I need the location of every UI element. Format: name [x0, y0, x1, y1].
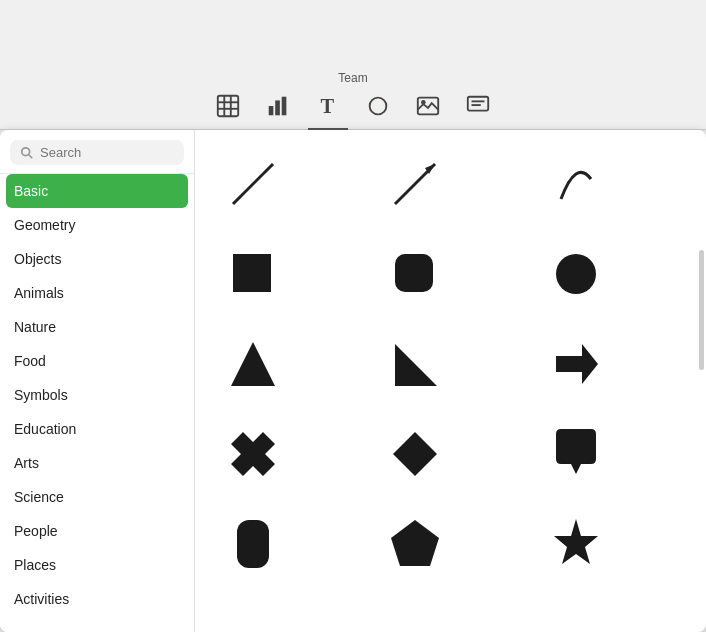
table-icon[interactable]	[213, 91, 243, 121]
sidebar-item-geometry[interactable]: Geometry	[0, 208, 194, 242]
shapes-area	[195, 130, 706, 632]
sidebar-item-places[interactable]: Places	[0, 548, 194, 582]
svg-rect-7	[282, 97, 287, 116]
sidebar-item-arts[interactable]: Arts	[0, 446, 194, 480]
svg-marker-27	[393, 432, 437, 476]
search-icon	[20, 146, 34, 160]
svg-line-16	[29, 154, 33, 158]
chart-icon[interactable]	[263, 91, 293, 121]
svg-marker-29	[391, 520, 439, 566]
shape-diagonal-line-right-arrow[interactable]	[375, 144, 455, 224]
shape-pentagon[interactable]	[375, 504, 455, 584]
media-icon[interactable]	[413, 91, 443, 121]
svg-marker-25	[556, 344, 598, 384]
shape-diagonal-line-left[interactable]	[213, 144, 293, 224]
search-input-wrapper	[10, 140, 184, 165]
shapes-grid	[209, 140, 692, 588]
shape-rounded-rect-tall[interactable]	[213, 504, 293, 584]
sidebar-item-symbols[interactable]: Symbols	[0, 378, 194, 412]
svg-marker-24	[395, 344, 437, 386]
svg-marker-30	[554, 519, 598, 564]
shape-triangle[interactable]	[213, 324, 293, 404]
sidebar-item-basic[interactable]: Basic	[6, 174, 188, 208]
toolbar-icons: T	[213, 91, 493, 121]
shape-right-triangle[interactable]	[375, 324, 455, 404]
svg-rect-0	[218, 96, 238, 116]
svg-rect-5	[269, 106, 274, 115]
comment-icon[interactable]	[463, 91, 493, 121]
shape-circle[interactable]	[536, 234, 616, 314]
sidebar-item-animals[interactable]: Animals	[0, 276, 194, 310]
search-input[interactable]	[40, 145, 174, 160]
svg-rect-21	[395, 254, 433, 292]
search-box	[0, 130, 194, 174]
shape-star[interactable]	[536, 504, 616, 584]
svg-point-11	[421, 100, 426, 105]
shape-arrow-right[interactable]	[536, 324, 616, 404]
main-panel: BasicGeometryObjectsAnimalsNatureFoodSym…	[0, 130, 706, 632]
sidebar-item-education[interactable]: Education	[0, 412, 194, 446]
shape-arrow-cross[interactable]	[213, 414, 293, 494]
toolbar: Team T	[0, 0, 706, 130]
shape-icon[interactable]	[363, 91, 393, 121]
sidebar-item-food[interactable]: Food	[0, 344, 194, 378]
sidebar-item-people[interactable]: People	[0, 514, 194, 548]
svg-point-22	[556, 254, 596, 294]
svg-rect-28	[237, 520, 269, 568]
sidebar: BasicGeometryObjectsAnimalsNatureFoodSym…	[0, 130, 195, 632]
team-label: Team	[338, 71, 367, 85]
sidebar-item-objects[interactable]: Objects	[0, 242, 194, 276]
shape-diamond[interactable]	[375, 414, 455, 494]
svg-point-15	[22, 147, 30, 155]
svg-marker-23	[231, 342, 275, 386]
sidebar-item-activities[interactable]: Activities	[0, 582, 194, 616]
svg-rect-12	[468, 97, 488, 111]
shape-speech-bubble[interactable]	[536, 414, 616, 494]
svg-marker-26	[231, 432, 275, 476]
shape-arc[interactable]	[536, 144, 616, 224]
svg-text:T: T	[321, 95, 335, 117]
sidebar-item-science[interactable]: Science	[0, 480, 194, 514]
svg-rect-6	[275, 100, 280, 115]
shape-square[interactable]	[213, 234, 293, 314]
sidebar-item-nature[interactable]: Nature	[0, 310, 194, 344]
shape-rounded-square[interactable]	[375, 234, 455, 314]
svg-line-17	[233, 164, 273, 204]
svg-rect-20	[233, 254, 271, 292]
category-list: BasicGeometryObjectsAnimalsNatureFoodSym…	[0, 174, 194, 632]
text-icon[interactable]: T	[313, 91, 343, 121]
scroll-indicator[interactable]	[699, 250, 704, 370]
